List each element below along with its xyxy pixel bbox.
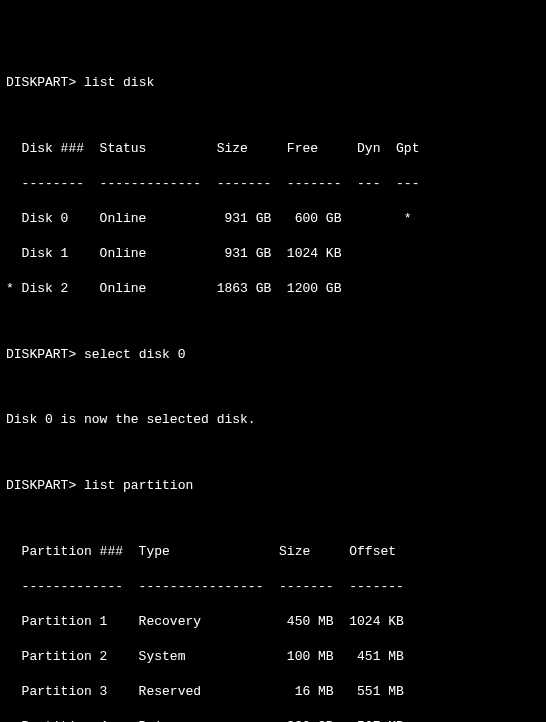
disk-table-header: Disk ### Status Size Free Dyn Gpt	[6, 140, 540, 158]
partition-row: Partition 3 Reserved 16 MB 551 MB	[6, 683, 540, 701]
spacer	[6, 512, 540, 525]
partition-table-divider: ------------- ---------------- ------- -…	[6, 578, 540, 596]
msg-disk0-selected: Disk 0 is now the selected disk.	[6, 411, 540, 429]
disk-row: Disk 1 Online 931 GB 1024 KB	[6, 245, 540, 263]
prompt-label: DISKPART>	[6, 478, 76, 493]
partition-table-header: Partition ### Type Size Offset	[6, 543, 540, 561]
partition-row: Partition 2 System 100 MB 451 MB	[6, 648, 540, 666]
spacer	[6, 315, 540, 328]
partition-row: Partition 1 Recovery 450 MB 1024 KB	[6, 613, 540, 631]
prompt-label: DISKPART>	[6, 75, 76, 90]
command-text: list partition	[84, 478, 193, 493]
command-text: list disk	[84, 75, 154, 90]
spacer	[6, 109, 540, 122]
cmd-select-disk-0: DISKPART> select disk 0	[6, 346, 540, 364]
cmd-list-disk: DISKPART> list disk	[6, 74, 540, 92]
spacer	[6, 381, 540, 394]
prompt-label: DISKPART>	[6, 347, 76, 362]
cmd-list-partition-0: DISKPART> list partition	[6, 477, 540, 495]
disk-row: * Disk 2 Online 1863 GB 1200 GB	[6, 280, 540, 298]
disk-table-divider: -------- ------------- ------- ------- -…	[6, 175, 540, 193]
spacer	[6, 447, 540, 460]
command-text: select disk 0	[84, 347, 185, 362]
disk-row: Disk 0 Online 931 GB 600 GB *	[6, 210, 540, 228]
partition-row: Partition 4 Primary 330 GB 567 MB	[6, 718, 540, 722]
